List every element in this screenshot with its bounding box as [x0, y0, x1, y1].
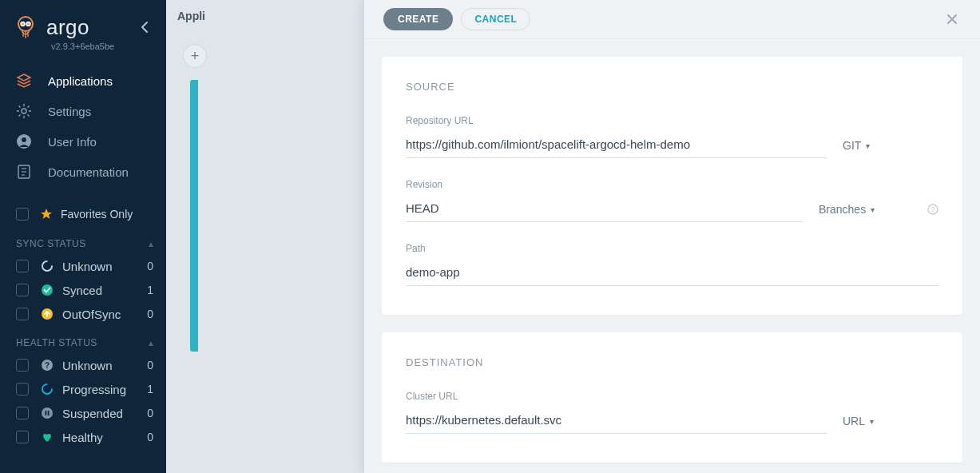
question-circle-icon: ? [40, 358, 54, 372]
health-status-suspended[interactable]: Suspended 0 [0, 401, 166, 425]
sidebar-item-label: Settings [48, 105, 91, 118]
sidebar-item-settings[interactable]: Settings [0, 96, 166, 126]
status-count: 1 [147, 383, 153, 395]
pause-circle-icon [40, 406, 54, 420]
checkbox[interactable] [16, 359, 29, 372]
close-icon[interactable] [943, 10, 961, 28]
svg-rect-20 [48, 411, 50, 415]
svg-point-18 [42, 407, 53, 419]
checkbox[interactable] [16, 407, 29, 419]
checkbox[interactable] [16, 308, 29, 320]
revision-side-value: Branches [819, 203, 866, 216]
repo-url-label: Repository URL [406, 115, 827, 126]
circle-notch-icon [40, 382, 54, 396]
path-label: Path [406, 243, 938, 254]
heading-text: HEALTH STATUS [16, 337, 97, 348]
status-label: Synced [62, 284, 102, 297]
sync-status-heading[interactable]: SYNC STATUS ▴ [0, 227, 166, 254]
brand-version: v2.9.3+6eba5be [51, 42, 166, 51]
sidebar-item-label: User Info [48, 135, 97, 149]
revision-input[interactable] [406, 197, 803, 222]
status-count: 0 [147, 260, 153, 272]
sync-status-outofsync[interactable]: OutOfSync 0 [0, 302, 166, 326]
revision-type-dropdown[interactable]: Branches ▾ ? [819, 203, 938, 222]
source-section: SOURCE Repository URL GIT ▾ [382, 57, 962, 315]
collapse-sidebar-button[interactable] [136, 19, 155, 35]
heart-icon [40, 430, 54, 444]
favorites-only-toggle[interactable]: Favorites Only [0, 201, 166, 227]
cluster-side-value: URL [843, 415, 865, 427]
sidebar-item-user-info[interactable]: User Info [0, 126, 166, 157]
destination-section: DESTINATION Cluster URL URL ▾ [382, 332, 962, 463]
status-count: 0 [147, 407, 153, 419]
heading-text: SYNC STATUS [16, 238, 86, 249]
create-application-panel: CREATE CANCEL SOURCE Repository URL [364, 0, 980, 473]
status-label: OutOfSync [62, 308, 121, 321]
star-icon [40, 208, 53, 221]
favorites-label: Favorites Only [61, 208, 133, 221]
circle-notch-icon [40, 259, 54, 273]
svg-point-3 [22, 23, 24, 26]
repo-type-value: GIT [843, 139, 861, 152]
new-app-button[interactable]: + [184, 45, 206, 67]
status-label: Progressing [62, 383, 126, 396]
section-title: SOURCE [406, 81, 938, 93]
svg-point-17 [42, 384, 52, 394]
cluster-url-input[interactable] [406, 408, 827, 434]
sidebar-item-applications[interactable]: Applications [0, 66, 166, 96]
svg-point-7 [22, 137, 26, 142]
checkbox[interactable] [16, 431, 29, 443]
status-count: 0 [147, 359, 153, 372]
chevron-up-icon: ▴ [149, 238, 154, 249]
health-status-progressing[interactable]: Progressing 1 [0, 377, 166, 401]
brand: argo [0, 11, 166, 43]
book-icon [16, 164, 32, 180]
svg-text:?: ? [45, 361, 50, 370]
svg-rect-19 [46, 411, 47, 415]
breadcrumb-tab[interactable]: Appli [177, 10, 205, 22]
svg-text:?: ? [930, 205, 934, 213]
app-card-accent [190, 80, 198, 352]
checkbox[interactable] [16, 260, 29, 272]
checkbox[interactable] [16, 208, 29, 221]
content-area: Appli + CREATE CANCEL SOURCE Repository … [166, 0, 980, 473]
repo-type-dropdown[interactable]: GIT ▾ [843, 139, 938, 158]
cluster-type-dropdown[interactable]: URL ▾ [843, 415, 938, 434]
sync-status-synced[interactable]: Synced 1 [0, 278, 166, 302]
path-input[interactable] [406, 260, 938, 286]
sidebar-item-label: Applications [48, 74, 113, 88]
chevron-up-icon: ▴ [149, 337, 154, 348]
sidebar-item-label: Documentation [48, 165, 129, 179]
cancel-button[interactable]: CANCEL [461, 8, 530, 30]
gear-icon [16, 103, 32, 119]
status-count: 1 [147, 284, 153, 296]
brand-name: argo [46, 15, 89, 40]
revision-label: Revision [406, 179, 803, 190]
caret-down-icon: ▾ [871, 205, 875, 214]
health-status-healthy[interactable]: Healthy 0 [0, 425, 166, 449]
repo-url-input[interactable] [406, 133, 827, 158]
help-icon[interactable]: ? [927, 204, 938, 215]
caret-down-icon: ▾ [866, 141, 870, 150]
health-status-unknown[interactable]: ? Unknown 0 [0, 353, 166, 377]
checkbox[interactable] [16, 284, 29, 296]
check-circle-icon [40, 283, 54, 297]
status-label: Suspended [62, 407, 123, 420]
status-label: Unknown [62, 260, 113, 273]
create-button[interactable]: CREATE [383, 8, 453, 30]
argo-logo-icon [13, 14, 38, 40]
checkbox[interactable] [16, 383, 29, 395]
section-title: DESTINATION [406, 356, 938, 368]
svg-point-12 [42, 261, 52, 271]
panel-header: CREATE CANCEL [364, 0, 980, 39]
sidebar: argo v2.9.3+6eba5be Applications Setting… [0, 0, 166, 473]
status-label: Healthy [62, 431, 103, 444]
layers-icon [16, 73, 32, 89]
svg-point-4 [27, 23, 30, 26]
sidebar-item-documentation[interactable]: Documentation [0, 157, 166, 187]
caret-down-icon: ▾ [870, 417, 874, 426]
svg-point-5 [22, 109, 26, 113]
sync-status-unknown[interactable]: Unknown 0 [0, 254, 166, 278]
health-status-heading[interactable]: HEALTH STATUS ▴ [0, 326, 166, 353]
status-count: 0 [147, 308, 153, 320]
